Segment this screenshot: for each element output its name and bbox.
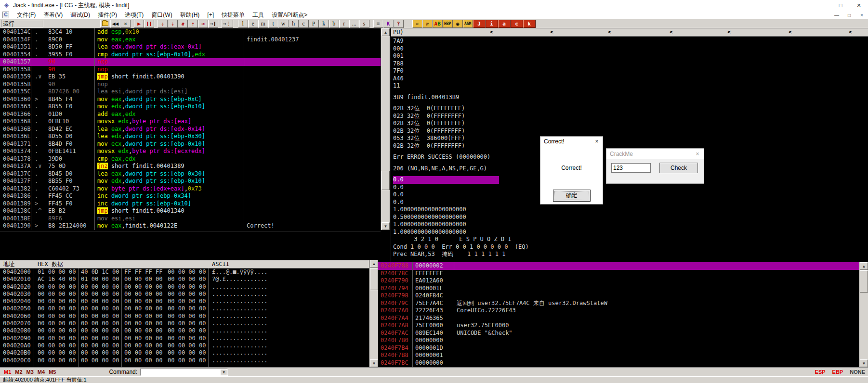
view-button-w[interactable]: w <box>278 20 289 28</box>
view-button-s[interactable]: s <box>359 20 369 28</box>
dump-row[interactable]: 0040206000 00 00 0000 00 00 0000 00 00 0… <box>0 313 369 320</box>
view-button-dotdotdot[interactable]: ... <box>349 20 359 28</box>
jiack-plugin-button-c[interactable]: c <box>511 20 523 28</box>
dump-scrollbar[interactable]: ▲ ▼ <box>369 260 378 367</box>
disasm-row[interactable]: 0040138C.^EB B2jmp short findit.00401340 <box>0 207 381 215</box>
disasm-row[interactable]: 0040134C.83C4 10add esp,0x10 <box>0 28 381 36</box>
register-line[interactable]: 0.0 <box>393 191 868 199</box>
menu-item-0[interactable]: 文件(F) <box>13 12 39 18</box>
dump-row[interactable]: 0040207000 00 00 0000 00 00 0000 00 00 0… <box>0 320 369 327</box>
close-process-button[interactable]: × <box>120 20 131 28</box>
dump-row[interactable]: 0040208000 00 00 0000 00 00 0000 00 00 0… <box>0 327 369 334</box>
jiack-plugin-button-J[interactable]: J <box>473 20 486 28</box>
open-file-button[interactable] <box>100 20 110 28</box>
chevron-left-icon[interactable]: < <box>490 28 493 36</box>
disasm-row[interactable]: 00401371.8B4D F0mov ecx,dword ptr ss:[eb… <box>0 140 381 148</box>
dump-row[interactable]: 0040203000 00 00 0000 00 00 0000 00 00 0… <box>0 291 369 298</box>
stack-row[interactable]: 0240F7B800000001 <box>378 352 859 359</box>
dump-scroll-thumb[interactable] <box>370 268 378 290</box>
run-button[interactable]: ▶ <box>134 20 144 28</box>
register-line[interactable]: 001 <box>393 52 868 60</box>
hexdump-pane[interactable]: 地址 HEX 数据 ASCII 0040200001 00 00 0040 0D… <box>0 260 369 367</box>
register-line[interactable]: 0.0 <box>393 184 868 192</box>
stack-row[interactable]: 0240F7B000000000 <box>378 337 859 345</box>
help-button[interactable]: ? <box>394 20 404 28</box>
stack-row[interactable]: 0240F78CFFFFFFFF <box>378 270 859 278</box>
menu-item-10[interactable]: 设置API断点> <box>268 12 311 18</box>
memory-tab-M1[interactable]: M1 <box>4 369 11 375</box>
menu-item-8[interactable]: 快捷菜单 <box>218 12 249 18</box>
disasm-row[interactable]: 00401354.3955 F0cmp dword ptr ss:[ebp-0x… <box>0 51 381 59</box>
stack-row[interactable]: 0240F7980240F84C <box>378 292 859 300</box>
view-button-r[interactable]: r <box>339 20 349 28</box>
disasm-row[interactable]: 00401359.∨EB 35jmp short findit.00401390 <box>0 73 381 81</box>
disasm-row[interactable]: 00401374.0FBE1411movsx edx,byte ptr ds:[… <box>0 148 381 155</box>
stack-scroll-thumb[interactable] <box>860 270 868 293</box>
view-button-h[interactable]: h <box>289 20 299 28</box>
scroll-up-icon[interactable]: ▲ <box>860 262 868 270</box>
disasm-row[interactable]: 00401368.0FBE10movsx edx,byte ptr ds:[ea… <box>0 118 381 126</box>
menu-item-7[interactable]: [+] <box>203 12 218 18</box>
dump-row[interactable]: 0040202000 00 00 0000 00 00 0000 00 00 0… <box>0 283 369 291</box>
plugin-hbp-button[interactable]: HBP <box>443 20 453 28</box>
menu-item-9[interactable]: 工具 <box>249 12 268 18</box>
disasm-row[interactable]: 00401360>8B45 F4mov eax,dword ptr ss:[eb… <box>0 96 381 103</box>
disasm-row[interactable]: 00401378.39D0cmp eax,edx <box>0 155 381 163</box>
jiack-plugin-button-a[interactable]: a <box>498 20 511 28</box>
disasm-row[interactable]: 00401390>B8 2E124000mov eax,findit.00401… <box>0 222 381 230</box>
animate-into-button[interactable]: ⇵ <box>178 20 188 28</box>
disasm-row[interactable]: 0040136E.8D55 D0lea edx,dword ptr ss:[eb… <box>0 133 381 140</box>
disasm-row[interactable]: 0040134F.89C0mov eax,eaxfindit.00401237 <box>0 36 381 44</box>
disasm-row[interactable]: 00401351.8D50 FFlea edx,dword ptr ds:[ea… <box>0 43 381 51</box>
dump-row[interactable]: 004020C000 00 00 0000 00 00 0000 00 00 0… <box>0 357 369 364</box>
view-button-b[interactable]: b <box>329 20 339 28</box>
dump-row[interactable]: 0040200001 00 00 0040 0D 1C 00FF FF FF F… <box>0 268 369 276</box>
menu-item-4[interactable]: 选项(T) <box>121 12 147 18</box>
dump-row[interactable]: 00402010AC 16 40 0001 00 00 0000 00 00 0… <box>0 276 369 283</box>
memory-tab-M5[interactable]: M5 <box>49 369 56 375</box>
stack-row[interactable]: 0240F7A875EF0000user32.75EF0000 <box>378 322 859 330</box>
windows-button[interactable]: K <box>383 20 394 28</box>
plugin-ab-button[interactable]: AB <box>433 20 443 28</box>
register-line[interactable]: 788 <box>393 60 868 68</box>
disasm-scroll-thumb[interactable] <box>381 171 390 190</box>
chevron-left-icon[interactable]: < <box>608 28 611 36</box>
scroll-up-icon[interactable]: ▲ <box>370 260 378 268</box>
execute-till-return-button[interactable]: ⇥ <box>198 20 208 28</box>
register-line[interactable]: Cond 1 0 0 0 Err 0 0 1 0 0 0 0 0 (EQ) <box>393 243 868 251</box>
stack-row[interactable]: 0240F79C75EF7A4C返回到 user32.75EF7A4C 来自 u… <box>378 300 859 307</box>
jiack-plugin-button-k[interactable]: k <box>523 20 536 28</box>
disasm-row[interactable]: 00401389>FF45 F0inc dword ptr ss:[ebp-0x… <box>0 200 381 208</box>
close-icon[interactable]: × <box>691 151 704 157</box>
step-into-button[interactable]: ⇓ <box>158 20 168 28</box>
register-line[interactable]: 7A9 <box>393 38 868 45</box>
disasm-row[interactable]: 0040135890nop <box>0 66 381 74</box>
options-button[interactable]: ≡ <box>373 20 383 28</box>
child-close-button[interactable]: × <box>855 13 868 18</box>
view-button-e[interactable]: e <box>248 20 258 28</box>
chevron-left-icon[interactable]: < <box>670 28 673 36</box>
close-button[interactable]: ✕ <box>850 0 868 11</box>
child-minimize-button[interactable]: — <box>830 13 843 18</box>
menu-item-3[interactable]: 插件(P) <box>94 12 121 18</box>
scroll-up-icon[interactable]: ▲ <box>381 28 390 36</box>
disasm-row[interactable]: 0040135B90nop <box>0 81 381 89</box>
disasm-row[interactable]: 00401386.FF45 CCinc dword ptr ss:[ebp-0x… <box>0 192 381 200</box>
register-line[interactable]: 0.0 <box>393 176 499 184</box>
chevron-left-icon[interactable]: < <box>849 28 852 36</box>
child-restore-button[interactable]: □ <box>843 13 855 18</box>
memory-tab-M2[interactable]: M2 <box>15 369 22 375</box>
menu-item-6[interactable]: 帮助(H) <box>176 12 204 18</box>
plugin-asm-button[interactable]: ASM <box>463 20 473 28</box>
chevron-left-icon[interactable]: < <box>550 28 553 36</box>
register-line[interactable]: 11 <box>393 82 868 90</box>
register-line[interactable]: 02B 32位 0(FFFFFFFF) <box>393 128 868 135</box>
check-button[interactable]: Check <box>659 163 698 173</box>
register-line[interactable]: 000 <box>393 45 868 53</box>
maximize-button[interactable]: □ <box>831 0 850 11</box>
register-line[interactable]: Prec NEAR,53 掩码 1 1 1 1 1 1 <box>393 251 868 258</box>
view-button-c[interactable]: c <box>299 20 309 28</box>
plugin-updown-button[interactable]: ⇵ <box>422 20 433 28</box>
disassembly-pane[interactable]: 0040134C.83C4 10add esp,0x100040134F.89C… <box>0 28 381 230</box>
register-line[interactable]: 023 32位 0(FFFFFFFF) <box>393 113 868 120</box>
